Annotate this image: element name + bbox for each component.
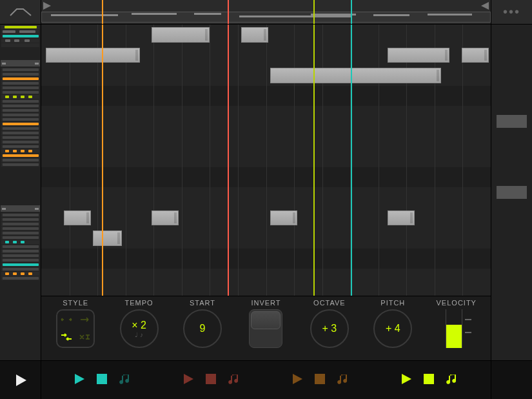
track-play-button[interactable]: [400, 373, 412, 387]
track-row[interactable]: [1, 39, 39, 43]
timeline-overview[interactable]: [41, 0, 491, 25]
track-row[interactable]: [1, 131, 39, 135]
start-dial[interactable]: 9: [183, 309, 222, 348]
track-row[interactable]: [1, 90, 39, 94]
playhead-marker[interactable]: [228, 0, 229, 24]
track-row[interactable]: [1, 254, 39, 258]
track-row[interactable]: [1, 149, 39, 153]
velocity-lane-marker[interactable]: [497, 186, 527, 199]
track-row[interactable]: [1, 104, 39, 108]
track-row[interactable]: [1, 77, 39, 81]
more-menu[interactable]: •••: [491, 0, 532, 25]
track-row[interactable]: [1, 136, 39, 139]
track-row[interactable]: [1, 30, 39, 34]
track-clip: [3, 236, 39, 239]
velocity-slider[interactable]: [440, 309, 473, 348]
track-row[interactable]: [1, 34, 39, 38]
editor-playhead[interactable]: [351, 25, 352, 296]
piano-roll-editor[interactable]: [41, 25, 491, 296]
grid-line: [266, 25, 267, 296]
track-row[interactable]: [1, 95, 39, 99]
editor-playhead[interactable]: [102, 25, 103, 296]
playhead-marker[interactable]: [313, 0, 315, 24]
track-row[interactable]: [1, 118, 39, 121]
track-play-button[interactable]: [291, 373, 303, 387]
velocity-lane-marker[interactable]: [497, 115, 527, 128]
envelope-icon: [9, 6, 32, 18]
track-row[interactable]: [1, 236, 39, 240]
track-stop-button[interactable]: [315, 374, 325, 387]
grid-line: [379, 25, 379, 296]
track-row[interactable]: [1, 222, 39, 226]
track-row[interactable]: [1, 145, 39, 148]
track-row[interactable]: [1, 227, 39, 230]
playhead-marker[interactable]: [351, 0, 352, 24]
playhead-marker[interactable]: [102, 0, 103, 24]
track-row[interactable]: [1, 163, 39, 167]
track-group-header[interactable]: [1, 205, 40, 212]
track-row[interactable]: [1, 81, 39, 85]
music-note-icon: [228, 373, 241, 385]
track-pattern-button[interactable]: [446, 373, 458, 388]
midi-note[interactable]: [241, 27, 268, 43]
track-row[interactable]: [1, 127, 39, 130]
track-row[interactable]: [1, 86, 39, 90]
track-row[interactable]: [1, 218, 39, 221]
midi-note[interactable]: [270, 68, 441, 83]
overview-lane[interactable]: [41, 12, 491, 23]
track-row[interactable]: [1, 68, 39, 72]
track-row[interactable]: [1, 108, 39, 112]
track-row[interactable]: [1, 258, 39, 262]
midi-note[interactable]: [152, 27, 210, 43]
midi-note[interactable]: [270, 210, 297, 226]
track-group-header[interactable]: [1, 60, 40, 66]
editor-playhead[interactable]: [313, 25, 315, 296]
track-stop-button[interactable]: [206, 374, 216, 387]
track-stop-button[interactable]: [97, 374, 107, 387]
track-row[interactable]: [1, 245, 39, 249]
midi-note[interactable]: [46, 48, 140, 63]
music-note-icon: [337, 373, 350, 385]
track-row[interactable]: [1, 25, 39, 29]
track-play-button[interactable]: [182, 373, 194, 387]
track-row[interactable]: [1, 43, 39, 47]
midi-note[interactable]: [152, 210, 179, 226]
track-row[interactable]: [1, 276, 39, 280]
track-row[interactable]: [1, 240, 39, 244]
tempo-dial[interactable]: × 2 ♩ ♪: [120, 309, 159, 348]
envelope-toggle[interactable]: [0, 0, 41, 25]
track-play-button[interactable]: [74, 373, 85, 387]
track-row[interactable]: [1, 154, 39, 158]
midi-note[interactable]: [64, 210, 91, 226]
track-list[interactable]: [0, 25, 41, 360]
midi-note[interactable]: [462, 48, 489, 63]
invert-toggle[interactable]: [249, 309, 282, 348]
editor-playhead[interactable]: [228, 25, 229, 296]
track-row[interactable]: [1, 249, 39, 253]
track-row[interactable]: [1, 99, 39, 103]
track-row[interactable]: [1, 213, 39, 217]
track-row[interactable]: [1, 231, 39, 235]
track-row[interactable]: [1, 140, 39, 144]
track-row[interactable]: [1, 72, 39, 76]
track-row[interactable]: [1, 113, 39, 117]
track-pattern-button[interactable]: [228, 373, 241, 388]
track-row[interactable]: [1, 158, 39, 162]
track-pattern-button[interactable]: [119, 373, 132, 388]
param-label: TEMPO: [125, 299, 153, 307]
midi-note[interactable]: [93, 230, 122, 246]
track-row[interactable]: [1, 272, 39, 276]
param-label: INVERT: [251, 299, 281, 307]
octave-dial[interactable]: + 3: [310, 309, 349, 348]
velocity-lane[interactable]: [491, 25, 532, 360]
master-play-button[interactable]: [0, 360, 41, 399]
midi-note[interactable]: [388, 210, 415, 226]
midi-note[interactable]: [388, 48, 449, 63]
pitch-dial[interactable]: + 4: [373, 309, 412, 348]
track-row[interactable]: [1, 263, 39, 267]
style-selector[interactable]: [56, 309, 95, 348]
track-stop-button[interactable]: [424, 374, 434, 387]
track-pattern-button[interactable]: [337, 373, 350, 388]
track-row[interactable]: [1, 122, 39, 126]
track-row[interactable]: [1, 267, 39, 271]
